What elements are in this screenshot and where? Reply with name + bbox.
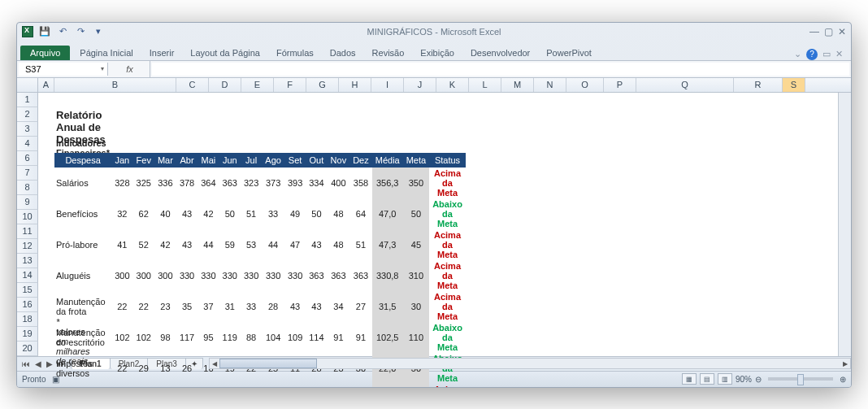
name-box[interactable]: S37 [19, 63, 108, 76]
expense-value: 330 [241, 260, 262, 291]
col-header-L[interactable]: L [469, 78, 501, 92]
col-header-S[interactable]: S [783, 78, 805, 92]
tab-powerpivot[interactable]: PowerPivot [538, 46, 600, 60]
save-icon[interactable]: 💾 [38, 25, 51, 38]
ribbon-minimize-icon[interactable]: ⌄ [794, 49, 801, 59]
select-all-corner[interactable] [17, 78, 38, 92]
row-header-4[interactable]: 4 [17, 137, 38, 151]
row-header-12[interactable]: 12 [17, 239, 38, 254]
row-header-8[interactable]: 8 [17, 181, 38, 195]
row-header-6[interactable]: 6 [17, 151, 38, 166]
col-header-B[interactable]: B [54, 78, 176, 92]
formula-input[interactable] [152, 63, 849, 76]
undo-icon[interactable]: ↶ [56, 25, 69, 38]
zoom-in-icon[interactable]: ⊕ [840, 375, 846, 384]
view-normal-icon[interactable]: ▦ [682, 373, 697, 385]
row-header-11[interactable]: 11 [17, 224, 38, 239]
col-header-C[interactable]: C [176, 78, 209, 92]
col-header-G[interactable]: G [306, 78, 339, 92]
tab-inserir[interactable]: Inserir [141, 46, 183, 60]
row-header-7[interactable]: 7 [17, 166, 38, 181]
tab-página-inicial[interactable]: Página Inicial [72, 46, 141, 60]
tab-exibição[interactable]: Exibição [412, 46, 462, 60]
col-header-K[interactable]: K [436, 78, 469, 92]
row-header-14[interactable]: 14 [17, 268, 38, 283]
col-header-J[interactable]: J [404, 78, 436, 92]
row-header-18[interactable]: 18 [17, 312, 38, 327]
redo-icon[interactable]: ↷ [74, 25, 87, 38]
minimize-icon[interactable]: — [809, 26, 819, 37]
col-header-D[interactable]: D [209, 78, 241, 92]
expenses-table: DespesaJanFevMarAbrMaiJunJulAgoSetOutNov… [54, 153, 466, 388]
col-header-N[interactable]: N [534, 78, 566, 92]
expense-media: 31,5 [372, 291, 403, 322]
row-header-9[interactable]: 9 [17, 195, 38, 210]
col-header-R[interactable]: R [734, 78, 783, 92]
expense-value: 323 [241, 168, 262, 198]
col-header-F[interactable]: F [274, 78, 306, 92]
tab-fórmulas[interactable]: Fórmulas [268, 46, 322, 60]
expense-value: 400 [328, 168, 350, 198]
tab-revisão[interactable]: Revisão [364, 46, 413, 60]
expense-value: 98 [154, 322, 176, 353]
maximize-icon[interactable]: ▢ [824, 26, 833, 37]
tab-dados[interactable]: Dados [322, 46, 364, 60]
col-header-Q[interactable]: Q [636, 78, 734, 92]
expense-media: 330,8 [372, 260, 403, 291]
row-header-1[interactable]: 1 [17, 93, 38, 107]
cell-grid[interactable]: Relatório Anual de Despesas Indicadores … [38, 93, 851, 356]
view-pagebreak-icon[interactable]: ▥ [718, 373, 732, 385]
expense-value: 26 [176, 353, 197, 384]
zoom-level[interactable]: 90% [736, 375, 752, 384]
row-header-2[interactable]: 2 [17, 107, 38, 122]
sheet-next-icon[interactable]: ▶ [45, 359, 54, 368]
row-header-13[interactable]: 13 [17, 254, 38, 268]
col-header-P[interactable]: P [604, 78, 636, 92]
expense-meta: 350 [403, 168, 429, 198]
expense-value: 52 [133, 229, 154, 260]
expense-value: 43 [306, 291, 327, 322]
scroll-thumb[interactable] [219, 359, 317, 368]
help-icon[interactable]: ? [806, 49, 818, 60]
col-header-A[interactable]: A [38, 78, 54, 92]
col-header-M[interactable]: M [501, 78, 534, 92]
view-layout-icon[interactable]: ▤ [700, 373, 714, 385]
scroll-right-icon[interactable]: ▶ [840, 359, 850, 368]
vertical-scrollbar[interactable] [838, 93, 851, 356]
fx-icon[interactable]: fx [110, 61, 150, 77]
table-row: Manutenção do escritório1021029811795119… [54, 322, 466, 353]
expense-value: 363 [349, 260, 372, 291]
window-restore-icon[interactable]: ▭ [822, 49, 831, 59]
row-header-20[interactable]: 20 [17, 342, 38, 356]
expense-value: 43 [306, 229, 327, 260]
tab-desenvolvedor[interactable]: Desenvolvedor [462, 46, 538, 60]
close-icon[interactable]: ✕ [838, 26, 846, 37]
col-header-I[interactable]: I [371, 78, 404, 92]
row-header-15[interactable]: 15 [17, 283, 38, 298]
excel-window: 💾 ↶ ↷ ▾ MINIGRÁFICOS - Microsoft Excel —… [16, 22, 852, 388]
horizontal-scrollbar[interactable]: ◀ ▶ [209, 358, 851, 369]
zoom-out-icon[interactable]: ⊖ [755, 375, 762, 384]
table-header: Mar [154, 153, 176, 168]
column-headers: ABCDEFGHIJKLMNOPQRS [17, 78, 851, 93]
col-header-H[interactable]: H [339, 78, 371, 92]
row-header-3[interactable]: 3 [17, 122, 38, 137]
doc-close-icon[interactable]: ✕ [835, 49, 843, 59]
row-header-16[interactable]: 16 [17, 298, 38, 312]
expense-value: 53 [154, 384, 176, 388]
scroll-left-icon[interactable]: ◀ [210, 359, 219, 368]
expense-value: 72 [197, 384, 219, 388]
row-header-19[interactable]: 19 [17, 327, 38, 342]
tab-file[interactable]: Arquivo [20, 46, 70, 60]
tab-layout-da-página[interactable]: Layout da Página [182, 46, 268, 60]
row-header-10[interactable]: 10 [17, 210, 38, 224]
sheet-prev-icon[interactable]: ◀ [33, 359, 43, 368]
zoom-slider[interactable] [768, 377, 833, 381]
table-header: Jul [241, 153, 262, 168]
sheet-first-icon[interactable]: ⏮ [20, 359, 32, 368]
col-header-E[interactable]: E [241, 78, 274, 92]
qat-more-icon[interactable]: ▾ [92, 25, 105, 38]
expense-value: 90 [306, 384, 327, 388]
table-header: Despesa [54, 153, 111, 168]
col-header-O[interactable]: O [566, 78, 604, 92]
